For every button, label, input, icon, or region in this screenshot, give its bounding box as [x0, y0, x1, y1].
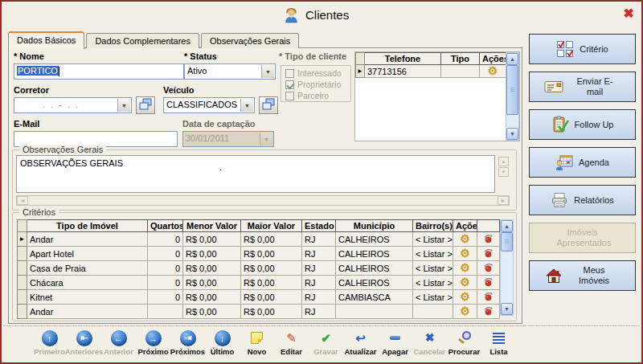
clientes-window: Clientes ✖ Dados BásicosDados Complement… [0, 0, 643, 364]
imoveis-apresentados-button[interactable]: Imóveis Apresentados [529, 223, 636, 253]
scroll-right-icon[interactable]: ► [498, 196, 509, 205]
gear-icon[interactable]: ⚙ [460, 232, 470, 245]
veiculo-select[interactable]: CLASSIFICADOS▼ [163, 97, 255, 113]
gear-icon[interactable]: ⚙ [460, 247, 470, 260]
anteriores-button[interactable]: ⇤Anteriores [67, 329, 101, 356]
criterio-button[interactable]: Critério [529, 34, 636, 64]
veiculo-browse-button[interactable] [259, 96, 278, 114]
novo-button[interactable]: Novo [240, 329, 274, 356]
bairros-cell[interactable]: < Listar > [413, 247, 453, 261]
titlebar: Clientes ✖ [2, 2, 641, 29]
checkbox-parceiro[interactable]: Parceiro [285, 91, 346, 100]
table-row[interactable]: AndarR$ 0,00R$ 0,00RJ⚙ [18, 305, 500, 319]
follow-up-button[interactable]: Follow Up [529, 109, 636, 140]
atualizar-button[interactable]: ↩Atualizar [343, 329, 378, 356]
cancelar-button[interactable]: ✖Cancelar [412, 329, 447, 356]
scroll-thumb[interactable] [501, 232, 513, 252]
close-icon[interactable]: ✖ [624, 6, 634, 21]
chevron-down-icon[interactable]: ▼ [117, 99, 130, 112]
status-label: * Status [184, 51, 217, 61]
data-captacao-select[interactable]: 30/01/2011▼ [182, 131, 274, 147]
gear-icon[interactable]: ⚙ [460, 261, 470, 274]
telefones-scrollbar[interactable]: ▲ ▼ [506, 52, 519, 141]
cancel-icon: ✖ [425, 332, 435, 344]
chevron-down-icon[interactable]: ▼ [261, 65, 274, 78]
delete-icon[interactable] [483, 264, 494, 274]
observacoes-textarea[interactable]: OBSERVAÇÕES GERAIS . [16, 155, 495, 193]
proximos-button[interactable]: ⇥Próximos [170, 329, 205, 356]
criterios-legend: Critérios [19, 207, 59, 217]
table-row[interactable]: ►Andar0R$ 0,00R$ 0,00RJCALHEIROS< Listar… [18, 232, 500, 247]
column-header: Ações [480, 53, 506, 65]
row-selector: ► [356, 65, 365, 78]
apagar-button[interactable]: Apagar [378, 329, 412, 356]
table-row[interactable]: ►37713156⚙ [356, 65, 506, 78]
scroll-up-icon[interactable]: ▲ [501, 220, 513, 232]
agenda-button[interactable]: Agenda [529, 147, 636, 178]
corretor-browse-button[interactable] [136, 96, 155, 114]
checkbox-proprietario[interactable]: Proprietário [285, 80, 346, 89]
tipo-cliente-label: * Tipo de cliente [279, 51, 346, 61]
page-title: Clientes [305, 8, 349, 22]
chevron-down-icon[interactable]: ▼ [240, 99, 253, 112]
tab-observacoes-gerais[interactable]: Observações Gerais [201, 33, 299, 48]
relatorios-button[interactable]: Relatórios [529, 185, 636, 215]
proximo-button[interactable]: →Próximo [136, 329, 170, 356]
table-row[interactable]: Kitnet0R$ 0,00R$ 0,00RJCAMBIASCA< Listar… [18, 290, 500, 305]
gear-icon[interactable]: ⚙ [488, 65, 498, 78]
gear-icon[interactable]: ⚙ [460, 276, 470, 288]
observacoes-hscrollbar[interactable]: ◄ ► [16, 195, 510, 206]
column-header: Bairro(s) [413, 220, 453, 232]
scroll-up-icon[interactable]: ▲ [506, 53, 518, 65]
corretor-select[interactable]: . . - . .▼ [14, 97, 132, 113]
editar-button[interactable]: ✎Editar [274, 329, 309, 356]
gear-icon[interactable]: ⚙ [460, 290, 470, 303]
criterios-scrollbar[interactable]: ▲ ▼ [500, 219, 514, 316]
email-label: E-Mail [14, 119, 39, 129]
menor-valor-cell: R$ 0,00 [183, 276, 241, 290]
bairros-cell[interactable]: < Listar > [413, 261, 453, 276]
person-icon [283, 6, 300, 23]
meus-imoveis-button[interactable]: Meus Imóveis [529, 260, 636, 291]
acoes-cell: ⚙ [453, 276, 477, 290]
table-row[interactable]: Chácara0R$ 0,00R$ 0,00RJCALHEIROS< Lista… [18, 276, 500, 290]
scroll-left-icon[interactable]: ◄ [17, 196, 28, 205]
bairros-cell[interactable]: < Listar > [413, 290, 453, 305]
gear-icon[interactable]: ⚙ [460, 305, 470, 317]
delete-icon[interactable] [483, 308, 494, 317]
nome-input[interactable]: PORTICO [14, 63, 184, 80]
tab-dados-complementares[interactable]: Dados Complementares [86, 33, 199, 48]
ultimo-button[interactable]: ↓Último [205, 329, 240, 356]
procurar-button[interactable]: Procurar [447, 329, 481, 356]
delete-icon[interactable] [483, 279, 494, 288]
enviar-e-mail-button[interactable]: Enviar E-mail [529, 72, 636, 102]
checkbox-interessado[interactable]: Interessado [285, 68, 346, 78]
scroll-down-icon[interactable]: ▼ [506, 128, 518, 140]
scroll-down-icon[interactable]: ▼ [498, 167, 509, 177]
button-label: Último [211, 347, 235, 356]
button-label: Relatórios [574, 195, 614, 206]
anterior-button[interactable]: ←Anterior [101, 329, 136, 356]
note-icon [251, 332, 263, 344]
primeiro-button[interactable]: ↑Primeiro [32, 329, 67, 356]
scroll-down-icon[interactable]: ▼ [501, 303, 513, 315]
bairros-cell[interactable]: < Listar > [413, 276, 453, 290]
table-row[interactable]: Apart Hotel0R$ 0,00R$ 0,00RJCALHEIROS< L… [18, 247, 500, 261]
gravar-button[interactable]: ✔Gravar [309, 329, 343, 356]
maior-valor-cell: R$ 0,00 [241, 305, 302, 319]
agenda-icon [555, 154, 573, 170]
tab-dados-basicos[interactable]: Dados Básicos [8, 31, 84, 49]
delete-icon[interactable] [483, 235, 494, 245]
maior-valor-cell: R$ 0,00 [241, 276, 302, 290]
lista-button[interactable]: Lista [481, 329, 516, 356]
button-label: Próximo [137, 347, 168, 356]
scroll-up-icon[interactable]: ▲ [498, 157, 509, 166]
check-icon: ✔ [321, 332, 331, 344]
delete-icon[interactable] [483, 293, 494, 303]
delete-icon[interactable] [483, 250, 494, 260]
bairros-cell[interactable]: < Listar > [413, 232, 453, 247]
scroll-thumb[interactable] [506, 65, 518, 115]
status-select[interactable]: Ativo▼ [184, 63, 276, 80]
table-row[interactable]: Casa de Praia0R$ 0,00R$ 0,00RJCALHEIROS<… [18, 261, 500, 276]
checkbox-label: Parceiro [297, 91, 329, 100]
